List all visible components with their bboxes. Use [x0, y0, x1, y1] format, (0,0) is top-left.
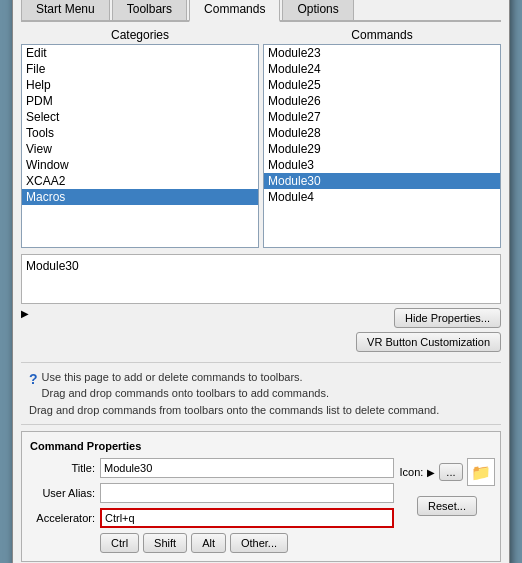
vr-button-customization[interactable]: VR Button Customization — [356, 332, 501, 352]
tab-options[interactable]: Options — [282, 0, 353, 20]
list-item-selected[interactable]: Module30 — [264, 173, 500, 189]
customize-window: Customize ? ✕ Start Menu Toolbars Comman… — [12, 0, 510, 563]
tab-start-menu[interactable]: Start Menu — [21, 0, 110, 20]
list-item[interactable]: PDM — [22, 93, 258, 109]
categories-panel: Categories Edit File Help PDM Select Too… — [21, 28, 259, 248]
right-buttons: Hide Properties... VR Button Customizati… — [356, 308, 501, 352]
list-item[interactable]: Module3 — [264, 157, 500, 173]
window-content: Start Menu Toolbars Commands Options Cat… — [13, 0, 509, 563]
expand-icon[interactable]: ▶ — [21, 308, 29, 319]
categories-label: Categories — [21, 28, 259, 42]
reset-button[interactable]: Reset... — [417, 496, 477, 516]
ctrl-button[interactable]: Ctrl — [100, 533, 139, 553]
list-item[interactable]: Help — [22, 77, 258, 93]
list-item[interactable]: Module26 — [264, 93, 500, 109]
list-item[interactable]: Module27 — [264, 109, 500, 125]
commands-list[interactable]: Module23 Module24 Module25 Module26 Modu… — [263, 44, 501, 248]
list-item[interactable]: View — [22, 141, 258, 157]
selected-display: Module30 — [21, 254, 501, 304]
commands-label: Commands — [263, 28, 501, 42]
list-item[interactable]: Module23 — [264, 45, 500, 61]
list-item[interactable]: Module24 — [264, 61, 500, 77]
accel-label: Accelerator: — [30, 512, 100, 524]
categories-list[interactable]: Edit File Help PDM Select Tools View Win… — [21, 44, 259, 248]
info-icon: ? — [29, 369, 38, 390]
list-item[interactable]: File — [22, 61, 258, 77]
tab-toolbars[interactable]: Toolbars — [112, 0, 187, 20]
folder-icon: 📁 — [471, 463, 491, 482]
tab-commands[interactable]: Commands — [189, 0, 280, 22]
other-button[interactable]: Other... — [230, 533, 288, 553]
list-item[interactable]: XCAA2 — [22, 173, 258, 189]
command-props-title: Command Properties — [30, 440, 492, 452]
list-item[interactable]: Select — [22, 109, 258, 125]
icon-label: Icon: — [399, 466, 423, 478]
expand-row: ▶ — [21, 308, 33, 319]
command-properties-section: Command Properties Title: User Alias: — [21, 431, 501, 562]
alias-label: User Alias: — [30, 487, 100, 499]
shift-button[interactable]: Shift — [143, 533, 187, 553]
commands-panel: Commands Module23 Module24 Module25 Modu… — [263, 28, 501, 248]
list-item-selected[interactable]: Macros — [22, 189, 258, 205]
dots-button[interactable]: ... — [439, 463, 462, 481]
info-box: ? Use this page to add or delete command… — [21, 362, 501, 426]
title-label: Title: — [30, 462, 100, 474]
title-input[interactable] — [100, 458, 394, 478]
selected-item-text: Module30 — [26, 259, 79, 273]
accelerator-input[interactable] — [100, 508, 394, 528]
alt-button[interactable]: Alt — [191, 533, 226, 553]
alias-input[interactable] — [100, 483, 394, 503]
list-item[interactable]: Window — [22, 157, 258, 173]
info-text: Use this page to add or delete commands … — [29, 371, 439, 416]
tab-bar: Start Menu Toolbars Commands Options — [21, 0, 501, 22]
icon-arrow: ▶ — [427, 467, 435, 478]
list-item[interactable]: Edit — [22, 45, 258, 61]
props-right: Icon: ▶ ... 📁 Reset... — [402, 458, 492, 553]
list-item[interactable]: Module29 — [264, 141, 500, 157]
icon-preview: 📁 — [467, 458, 495, 486]
list-item[interactable]: Module25 — [264, 77, 500, 93]
list-item[interactable]: Tools — [22, 125, 258, 141]
list-item[interactable]: Module4 — [264, 189, 500, 205]
alias-prop-row: User Alias: — [30, 483, 394, 503]
icon-area: Icon: ▶ ... 📁 — [399, 458, 494, 486]
props-inner: Title: User Alias: Accelerator: — [30, 458, 492, 553]
list-item[interactable]: Module28 — [264, 125, 500, 141]
accel-prop-row: Accelerator: — [30, 508, 394, 528]
hide-properties-button[interactable]: Hide Properties... — [394, 308, 501, 328]
key-buttons: Ctrl Shift Alt Other... — [100, 533, 394, 553]
props-left: Title: User Alias: Accelerator: — [30, 458, 394, 553]
lists-area: Categories Edit File Help PDM Select Too… — [21, 28, 501, 248]
title-prop-row: Title: — [30, 458, 394, 478]
